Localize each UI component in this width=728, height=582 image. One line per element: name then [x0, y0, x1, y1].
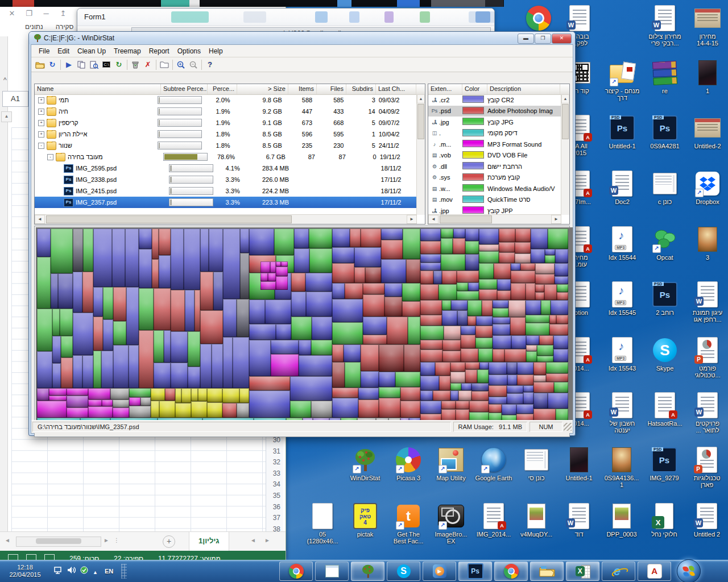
row-header[interactable]: 31 [267, 447, 280, 455]
ext-column-header-2[interactable]: Description [487, 84, 560, 94]
sheet-menu-dots-icon[interactable]: ⋮ [114, 537, 119, 543]
taskbar-button-windirstat[interactable] [351, 562, 384, 581]
taskbar-button-ie[interactable]: e [602, 562, 635, 581]
close-icon[interactable]: ✕ [3, 9, 20, 18]
scroll-left-icon[interactable]: ◄ [35, 215, 45, 224]
scroll-thumb[interactable] [562, 104, 569, 139]
extension-row[interactable]: ◫.דיסק מקומי [428, 128, 561, 139]
desktop-icon[interactable]: v4MuqDY... [515, 502, 558, 538]
add-sheet-button[interactable]: + [163, 535, 175, 548]
directory-row[interactable]: -שנוור1.8%8.5 GB235230524/11/2 [35, 140, 417, 151]
taskbar-button-excel[interactable]: X [566, 562, 599, 581]
taskbar-button-photoshop[interactable]: Ps [458, 562, 492, 581]
taskbar-button-window[interactable] [315, 562, 349, 581]
volume-tray-icon[interactable] [67, 566, 76, 576]
desktop-icon[interactable]: ↗Opcat [643, 226, 686, 261]
tree-expander-icon[interactable]: + [38, 131, 44, 138]
scroll-up-icon[interactable]: ▲ [561, 94, 569, 103]
tree-expander-icon[interactable]: + [38, 109, 44, 115]
windirstat-title-bar[interactable]: C:|E:|F:|G: - WinDirStat ▬ ❐ ✕ [29, 32, 575, 44]
minimize-button[interactable]: ▬ [518, 34, 534, 44]
desktop-icon[interactable]: Wחשבון שליענטה [601, 392, 644, 434]
scroll-left-icon[interactable]: ◄ [428, 215, 439, 224]
folder-toolbar-icon[interactable] [158, 59, 171, 70]
taskbar-button-reader[interactable]: A [638, 562, 671, 581]
column-header-2[interactable]: Perce... [208, 84, 237, 94]
tab-nav-right-icon[interactable]: ► [264, 537, 270, 543]
desktop-icon[interactable]: PsPSDUntitled-1 [601, 114, 644, 149]
extension-list-vscrollbar[interactable]: ▲ [561, 94, 569, 215]
desktop-icon[interactable]: 0S9A4136...1 [600, 446, 643, 488]
ext-column-header-1[interactable]: Color [462, 84, 487, 94]
taskbar-button-chrome[interactable] [494, 562, 528, 581]
directory-row[interactable]: +קריספין1.9%9.1 GB673668509/07/2 [35, 117, 417, 128]
desktop-icon[interactable]: WUntitled 2 [685, 502, 728, 538]
tree-expander-icon[interactable]: + [38, 120, 44, 126]
menu-clean-up[interactable]: Clean Up [73, 46, 110, 56]
start-button[interactable] [677, 559, 701, 582]
extension-list-hscrollbar[interactable]: ◄ ► [428, 214, 561, 224]
row-header[interactable]: 35 [267, 492, 280, 500]
ribbon-tab[interactable]: נתונים [25, 23, 43, 31]
scroll-thumb[interactable] [46, 215, 292, 223]
row-header[interactable]: 30 [267, 436, 280, 444]
desktop-icon[interactable]: ↗Map Utility [429, 446, 473, 481]
desktop-icon[interactable]: ↗מנחם - קיצורדרך [601, 59, 644, 101]
delete-toolbar-icon[interactable]: ✗ [142, 59, 154, 70]
desktop-icon[interactable]: ↗WinDirStat [344, 446, 387, 481]
language-indicator[interactable]: EN [105, 568, 113, 575]
desktop-icon[interactable]: Wפרויקטיםלתואר ... [686, 392, 728, 434]
column-header-7[interactable]: Last Ch... [376, 84, 416, 94]
desktop-icon[interactable]: WDoc2 [601, 170, 644, 205]
menu-options[interactable]: Options [173, 46, 205, 56]
ext-column-header-0[interactable]: Exten... [428, 84, 462, 94]
desktop-icon[interactable]: PsPSDIMG_9279 [643, 446, 686, 481]
desktop-icon[interactable]: Untitled-1 [557, 446, 601, 481]
excel-name-box[interactable]: A1 [2, 91, 28, 107]
taskbar-button-wmp[interactable]: ▶ [423, 562, 456, 581]
desktop-icon[interactable]: Wמחירון צילום...רבקי פרי [643, 5, 686, 47]
taskbar-button-chrome[interactable] [279, 562, 313, 581]
scroll-right-icon[interactable]: ► [407, 215, 417, 224]
desktop-icon[interactable]: ↗Picasa 3 [387, 446, 430, 481]
restore-icon[interactable]: ❐ [20, 9, 38, 18]
resize-grip[interactable] [564, 423, 572, 431]
desktop-icon[interactable]: ↗Dropbox [686, 170, 728, 205]
extension-row[interactable]: 🏞.jpgקובץ JPG [428, 117, 561, 128]
desktop-icon[interactable]: 1 [686, 59, 728, 94]
directory-row[interactable]: +איילת הריון1.8%8.5 GB596595110/04/2 [35, 128, 417, 140]
zoomout-toolbar-icon[interactable] [187, 59, 200, 70]
pin-icon[interactable]: ↥ [55, 9, 72, 18]
desktop-icon[interactable]: Xחלוקי נחל [643, 502, 686, 538]
scroll-thumb[interactable] [417, 104, 424, 139]
row-header[interactable]: 36 [267, 503, 280, 511]
directory-list-vscrollbar[interactable]: ▲ [416, 94, 425, 215]
extension-row[interactable]: Ps.psdAdobe Photoshop Imag [428, 106, 561, 117]
desktop-icon[interactable]: פיקטאק4pictak [344, 502, 387, 538]
menu-report[interactable]: Report [145, 46, 173, 56]
ribbon-tab[interactable]: סקירה [56, 23, 74, 31]
menu-treemap[interactable]: Treemap [110, 46, 145, 56]
treemap-canvas[interactable] [36, 227, 573, 433]
desktop-icon[interactable]: 3 [686, 226, 728, 261]
column-header-0[interactable]: Name [35, 84, 161, 94]
desktop-icon[interactable]: Pטכנולוגיותפארן [685, 446, 728, 488]
extension-list-header[interactable]: Exten...ColorDescription [428, 84, 569, 95]
menu-edit[interactable]: Edit [53, 46, 73, 56]
excel-horizontal-scrollbar[interactable] [16, 537, 101, 547]
zoomin-toolbar-icon[interactable] [175, 59, 187, 70]
column-header-1[interactable]: Subtree Perce... [161, 84, 208, 94]
desktop-icon[interactable]: PsPSD0S9A4281 [643, 114, 686, 149]
ribbon-collapse-icon[interactable]: ^ [3, 76, 7, 84]
desktop-icon[interactable]: כונן סי [515, 446, 558, 481]
desktop-icon[interactable]: SSkype [643, 336, 686, 372]
directory-list-header[interactable]: NameSubtree Perce...Perce...> SizeItemsF… [35, 84, 425, 95]
desktop-icon[interactable]: AHatsaotRa... [643, 392, 686, 427]
windirstat-window[interactable]: C:|E:|F:|G: - WinDirStat ▬ ❐ ✕ FileEditC… [28, 31, 576, 436]
desktop-icon[interactable]: ♪MP3Idx 15545 [601, 281, 644, 316]
preview-toolbar-icon[interactable] [88, 59, 100, 70]
recycle-toolbar-icon[interactable] [129, 59, 142, 70]
desktop-icon[interactable]: PsPSDרוחב 2 [643, 281, 686, 316]
desktop-icon[interactable]: ↗Google Earth [472, 446, 515, 481]
directory-row[interactable]: PsIMG_2415.psd3.3%224.2 MB18/11/2 [35, 185, 417, 197]
